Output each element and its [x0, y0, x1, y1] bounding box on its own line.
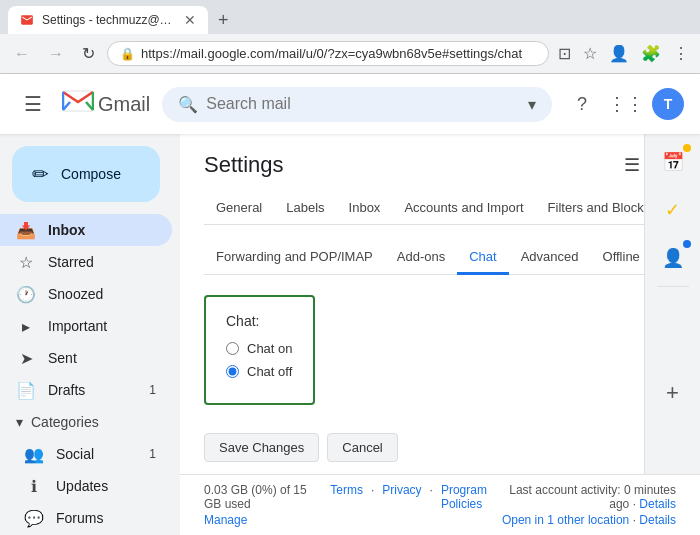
sidebar-item-snoozed[interactable]: 🕐 Snoozed: [0, 278, 172, 310]
tab-title: Settings - techmuzz@gmail.com: [42, 13, 172, 27]
sidebar-item-drafts[interactable]: 📄 Drafts 1: [0, 374, 172, 406]
footer-top: 0.03 GB (0%) of 15 GB used Terms · Priva…: [204, 483, 676, 511]
important-icon: ▸: [16, 317, 36, 336]
sidebar-item-updates[interactable]: ℹ Updates: [0, 470, 172, 502]
forums-icon: 💬: [24, 509, 44, 528]
settings-subnav-forwarding[interactable]: Forwarding and POP/IMAP: [204, 241, 385, 275]
chat-off-label: Chat off: [247, 364, 292, 379]
settings-nav-general[interactable]: General: [204, 192, 274, 225]
categories-collapse-icon: ▾: [16, 414, 23, 430]
drafts-icon: 📄: [16, 381, 36, 400]
sidebar-item-inbox[interactable]: 📥 Inbox: [0, 214, 172, 246]
contacts-button[interactable]: 👤: [653, 238, 693, 278]
save-changes-button[interactable]: Save Changes: [204, 433, 319, 462]
program-policies-link[interactable]: Program Policies: [441, 483, 487, 511]
details-link2[interactable]: Details: [639, 513, 676, 527]
settings-nav-inbox[interactable]: Inbox: [337, 192, 393, 225]
sidebar-item-forums[interactable]: 💬 Forums: [0, 502, 172, 534]
browser-chrome: Settings - techmuzz@gmail.com ✕ + ← → ↻ …: [0, 0, 700, 74]
updates-icon: ℹ: [24, 477, 44, 496]
address-bar[interactable]: 🔒 https://mail.google.com/mail/u/0/?zx=c…: [107, 41, 549, 66]
dot2: ·: [430, 483, 433, 511]
chat-on-option[interactable]: Chat on: [226, 341, 293, 356]
chat-on-radio[interactable]: [226, 342, 239, 355]
social-count: 1: [149, 447, 156, 461]
back-button[interactable]: ←: [8, 41, 36, 67]
gmail-logo-m: [62, 89, 94, 119]
open-other-location: Open in 1 other location · Details: [502, 513, 676, 527]
details-link[interactable]: Details: [639, 497, 676, 511]
settings-nav: General Labels Inbox Accounts and Import…: [204, 192, 676, 225]
settings-subnav-addons[interactable]: Add-ons: [385, 241, 457, 275]
settings-nav-accounts[interactable]: Accounts and Import: [392, 192, 535, 225]
cast-icon[interactable]: ⊡: [555, 41, 574, 66]
header-right: ? ⋮⋮ T: [564, 86, 684, 122]
action-buttons: Save Changes Cancel: [204, 433, 676, 462]
profile-icon[interactable]: 👤: [606, 41, 632, 66]
settings-subnav-offline[interactable]: Offline: [591, 241, 652, 275]
compose-button[interactable]: ✏ Compose: [12, 146, 160, 202]
inbox-icon: 📥: [16, 221, 36, 240]
storage-text: 0.03 GB (0%) of 15 GB used: [204, 483, 318, 511]
open-link[interactable]: Open in 1 other location: [502, 513, 629, 527]
tab-close-btn[interactable]: ✕: [184, 12, 196, 28]
chat-off-radio[interactable]: [226, 365, 239, 378]
help-button[interactable]: ?: [564, 86, 600, 122]
settings-list-view-btn[interactable]: ☰: [620, 150, 644, 180]
sidebar-item-starred[interactable]: ☆ Starred: [0, 246, 172, 278]
updates-label: Updates: [56, 478, 156, 494]
footer-bottom: Manage Open in 1 other location · Detail…: [204, 513, 676, 527]
drafts-count: 1: [149, 383, 156, 397]
terms-link[interactable]: Terms: [330, 483, 363, 511]
inbox-label: Inbox: [48, 222, 156, 238]
browser-toolbar: ← → ↻ 🔒 https://mail.google.com/mail/u/0…: [0, 34, 700, 74]
search-box[interactable]: 🔍 ▾: [162, 87, 552, 122]
settings-nav-labels[interactable]: Labels: [274, 192, 336, 225]
gmail-logo: Gmail: [62, 89, 150, 119]
cancel-button[interactable]: Cancel: [327, 433, 397, 462]
sidebar-item-important[interactable]: ▸ Important: [0, 310, 172, 342]
privacy-link[interactable]: Privacy: [382, 483, 421, 511]
social-icon: 👥: [24, 445, 44, 464]
sidebar: ✏ Compose 📥 Inbox ☆ Starred 🕐 Snoozed ▸ …: [0, 134, 180, 535]
gmail-header: ☰ Gmail 🔍 ▾ ?: [0, 74, 700, 134]
search-input[interactable]: [206, 95, 520, 113]
settings-subnav: Forwarding and POP/IMAP Add-ons Chat Adv…: [204, 241, 676, 275]
gmail-wordmark: Gmail: [98, 93, 150, 116]
forward-button[interactable]: →: [42, 41, 70, 67]
chat-off-option[interactable]: Chat off: [226, 364, 293, 379]
chat-settings-box: Chat: Chat on Chat off: [204, 295, 315, 405]
gmail-favicon: [20, 13, 34, 27]
apps-button[interactable]: ⋮⋮: [608, 86, 644, 122]
tab-bar: Settings - techmuzz@gmail.com ✕ +: [0, 0, 700, 34]
avatar[interactable]: T: [652, 88, 684, 120]
bookmark-icon[interactable]: ☆: [580, 41, 600, 66]
settings-subnav-chat[interactable]: Chat: [457, 241, 508, 275]
add-app-button[interactable]: +: [666, 380, 679, 406]
right-strip-divider: [657, 286, 689, 287]
contacts-icon: 👤: [662, 247, 684, 269]
sidebar-item-sent[interactable]: ➤ Sent: [0, 342, 172, 374]
url-text: https://mail.google.com/mail/u/0/?zx=cya…: [141, 46, 536, 61]
sidebar-item-social[interactable]: 👥 Social 1: [0, 438, 172, 470]
drafts-label: Drafts: [48, 382, 137, 398]
search-dropdown-icon[interactable]: ▾: [528, 95, 536, 114]
settings-header: Settings ☰ ⚙: [204, 150, 676, 180]
extension-icon[interactable]: 🧩: [638, 41, 664, 66]
compose-label: Compose: [61, 166, 121, 182]
new-tab-button[interactable]: +: [212, 8, 235, 33]
dot1: ·: [371, 483, 374, 511]
hamburger-menu[interactable]: ☰: [16, 84, 50, 124]
tasks-button[interactable]: ✓: [653, 190, 693, 230]
menu-dots[interactable]: ⋮: [670, 41, 692, 66]
categories-label: Categories: [31, 414, 99, 430]
calendar-badge: [683, 144, 691, 152]
calendar-button[interactable]: 📅: [653, 142, 693, 182]
reload-button[interactable]: ↻: [76, 40, 101, 67]
manage-link[interactable]: Manage: [204, 513, 247, 527]
sent-label: Sent: [48, 350, 156, 366]
tasks-icon: ✓: [665, 199, 680, 221]
categories-section[interactable]: ▾ Categories: [0, 406, 180, 438]
active-tab[interactable]: Settings - techmuzz@gmail.com ✕: [8, 6, 208, 34]
settings-subnav-advanced[interactable]: Advanced: [509, 241, 591, 275]
